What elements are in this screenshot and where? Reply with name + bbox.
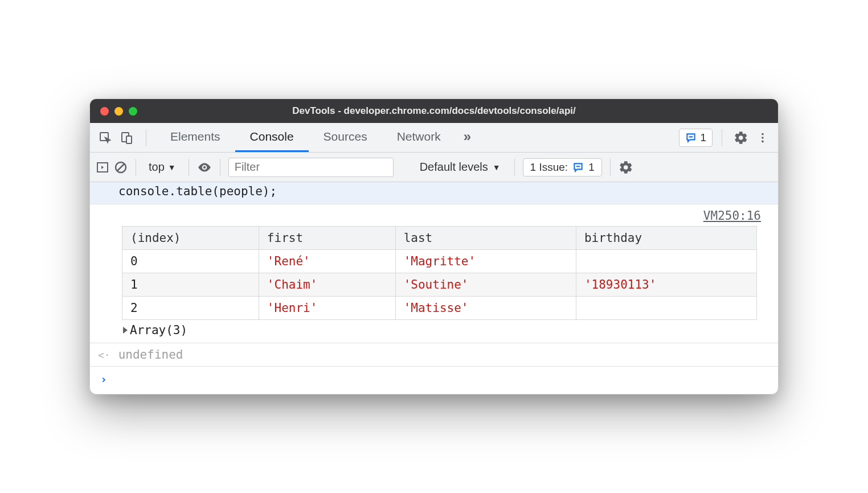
issue-count: 1 — [588, 161, 595, 174]
cell-last: 'Matisse' — [395, 297, 576, 320]
chevron-down-icon: ▼ — [168, 163, 176, 172]
console-table: (index) first last birthday 0 'René' 'Ma… — [122, 226, 757, 320]
expand-arrow-icon — [123, 327, 128, 334]
traffic-lights — [100, 107, 137, 116]
cell-birthday: '18930113' — [576, 273, 756, 297]
cell-index: 1 — [122, 273, 259, 297]
live-expression-icon[interactable] — [197, 160, 212, 175]
window-title: DevTools - developer.chrome.com/docs/dev… — [90, 105, 778, 117]
cell-first: 'René' — [259, 250, 395, 273]
devtools-window: DevTools - developer.chrome.com/docs/dev… — [89, 98, 779, 395]
divider — [220, 159, 220, 176]
console-toolbar: top ▼ Default levels ▼ 1 Issue: 1 — [90, 153, 778, 182]
console-input-history: console.table(people); — [90, 182, 778, 204]
context-label: top — [149, 161, 165, 174]
svg-point-5 — [761, 137, 764, 139]
table-row[interactable]: 1 'Chaim' 'Soutine' '18930113' — [122, 273, 757, 297]
table-header-row: (index) first last birthday — [122, 227, 757, 250]
col-last[interactable]: last — [395, 227, 576, 250]
log-levels-selector[interactable]: Default levels ▼ — [414, 161, 506, 174]
svg-point-6 — [761, 140, 764, 142]
chevron-down-icon: ▼ — [493, 163, 501, 172]
close-button[interactable] — [100, 107, 109, 116]
issues-button[interactable]: 1 Issue: 1 — [523, 158, 602, 176]
source-link[interactable]: VM250:16 — [118, 209, 767, 226]
col-index[interactable]: (index) — [122, 227, 259, 250]
prompt-glyph: › — [100, 372, 107, 386]
window-titlebar: DevTools - developer.chrome.com/docs/dev… — [90, 99, 778, 123]
col-first[interactable]: first — [259, 227, 395, 250]
issues-badge[interactable]: 1 — [679, 129, 713, 147]
svg-line-9 — [117, 164, 124, 171]
divider — [722, 129, 722, 146]
clear-console-icon[interactable] — [114, 161, 128, 174]
devtools-tabbar: Elements Console Sources Network » 1 — [90, 123, 778, 153]
cell-index: 0 — [122, 250, 259, 273]
col-birthday[interactable]: birthday — [576, 227, 756, 250]
cell-birthday — [576, 250, 756, 273]
array-label: Array(3) — [130, 323, 187, 337]
filter-input[interactable] — [228, 158, 394, 177]
code-line: console.table(people); — [118, 184, 750, 198]
console-settings-icon[interactable] — [619, 160, 633, 175]
svg-point-10 — [203, 166, 206, 168]
divider — [610, 159, 611, 176]
table-row[interactable]: 0 'René' 'Magritte' — [122, 250, 757, 273]
svg-point-4 — [761, 133, 764, 135]
tab-elements[interactable]: Elements — [155, 123, 235, 152]
divider — [189, 159, 189, 176]
issues-count: 1 — [700, 132, 706, 144]
divider — [136, 159, 136, 176]
tab-sources[interactable]: Sources — [309, 123, 382, 152]
divider — [146, 129, 146, 146]
chat-icon — [685, 132, 697, 143]
panel-tabs: Elements Console Sources Network » — [155, 123, 479, 152]
issue-label: 1 Issue: — [530, 161, 568, 174]
minimize-button[interactable] — [114, 107, 123, 116]
array-expander[interactable]: Array(3) — [118, 320, 767, 340]
cell-last: 'Magritte' — [395, 250, 576, 273]
cell-first: 'Chaim' — [259, 273, 395, 297]
cell-birthday — [576, 297, 756, 320]
cell-first: 'Henri' — [259, 297, 395, 320]
console-output: VM250:16 (index) first last birthday 0 '… — [90, 204, 778, 343]
console-prompt[interactable]: › — [90, 367, 778, 394]
more-menu-icon[interactable] — [753, 128, 772, 147]
chat-icon — [572, 162, 584, 173]
table-row[interactable]: 2 'Henri' 'Matisse' — [122, 297, 757, 320]
levels-label: Default levels — [420, 161, 488, 174]
return-value-row: <· undefined — [90, 343, 778, 367]
return-arrow-icon: <· — [98, 349, 110, 361]
tab-network[interactable]: Network — [382, 123, 456, 152]
sidebar-toggle-icon[interactable] — [96, 161, 109, 174]
undefined-value: undefined — [118, 348, 183, 361]
tabs-overflow-icon[interactable]: » — [456, 123, 479, 152]
tab-console[interactable]: Console — [235, 123, 309, 152]
inspect-element-icon[interactable] — [96, 128, 115, 147]
divider — [514, 159, 515, 176]
maximize-button[interactable] — [129, 107, 137, 116]
cell-index: 2 — [122, 297, 259, 320]
svg-rect-2 — [126, 136, 132, 143]
context-selector[interactable]: top ▼ — [144, 158, 181, 176]
cell-last: 'Soutine' — [395, 273, 576, 297]
settings-icon[interactable] — [731, 128, 751, 147]
device-toolbar-icon[interactable] — [117, 128, 137, 147]
